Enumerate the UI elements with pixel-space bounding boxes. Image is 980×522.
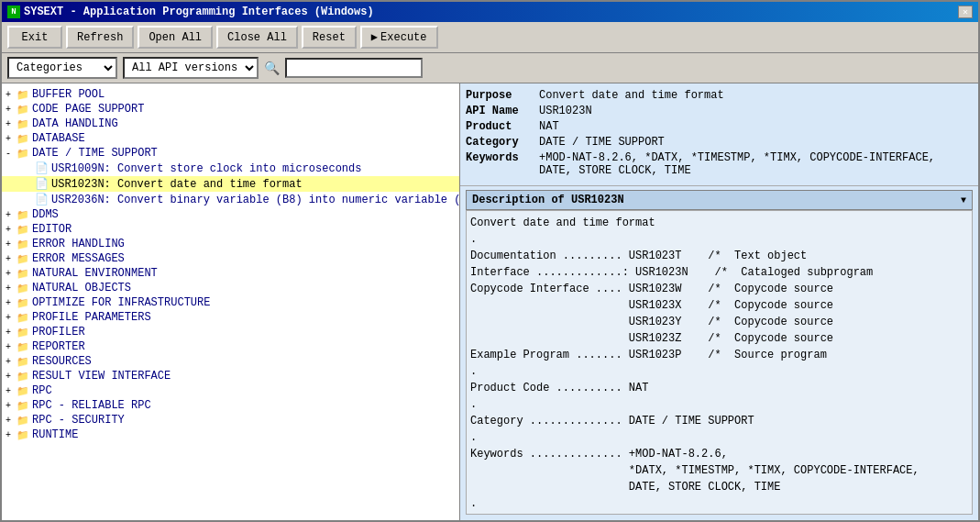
expand-icon: + — [6, 342, 15, 352]
desc-dropdown-icon[interactable]: ▼ — [961, 195, 966, 205]
refresh-button[interactable]: Refresh — [66, 26, 134, 49]
tree-item-label: BUFFER POOL — [32, 88, 105, 101]
expand-icon: + — [6, 134, 15, 144]
folder-icon: 📁 — [17, 371, 29, 383]
expand-icon: + — [6, 283, 15, 294]
tree-item-profile-parameters[interactable]: +📁PROFILE PARAMETERS — [2, 310, 459, 325]
tree-item-reporter[interactable]: +📁REPORTER — [2, 339, 459, 354]
open-all-button[interactable]: Open All — [138, 26, 213, 49]
close-button[interactable]: ✕ — [958, 6, 973, 18]
folder-icon: 📁 — [17, 253, 29, 265]
tree-item-natural-objects[interactable]: +📁NATURAL OBJECTS — [2, 281, 459, 295]
tree-item-database[interactable]: +📁DATABASE — [2, 131, 459, 146]
tree-item-editor[interactable]: +📁EDITOR — [2, 222, 459, 237]
search-input[interactable] — [285, 58, 423, 78]
tree-item-label: RESULT VIEW INTERFACE — [32, 370, 171, 383]
folder-icon: 📁 — [17, 118, 29, 130]
folder-icon: 📁 — [17, 133, 29, 145]
search-icon: 🔍 — [264, 61, 280, 76]
api-name-label: API Name — [466, 105, 539, 117]
doc-icon: 📄 — [35, 193, 49, 206]
tree-item-buffer-pool[interactable]: +📁BUFFER POOL — [2, 87, 459, 102]
tree-item-error-handling[interactable]: +📁ERROR HANDLING — [2, 237, 459, 251]
expand-icon: + — [6, 357, 15, 367]
tree-item-error-messages[interactable]: +📁ERROR MESSAGES — [2, 251, 459, 266]
exit-button[interactable]: Exit — [7, 26, 62, 49]
tree-item-usr1009n[interactable]: 📄USR1009N: Convert store clock into micr… — [2, 161, 459, 176]
folder-icon: 📁 — [17, 209, 29, 221]
expand-icon: + — [6, 239, 15, 250]
desc-content[interactable]: Convert date and time format . Documenta… — [466, 210, 973, 515]
folder-icon: 📁 — [17, 239, 29, 250]
tree-item-natural-environment[interactable]: +📁NATURAL ENVIRONMENT — [2, 266, 459, 281]
keywords-label: Keywords — [466, 151, 539, 177]
expand-icon: + — [6, 90, 15, 100]
title-bar: N SYSEXT - Application Programming Inter… — [2, 2, 978, 22]
folder-icon: 📁 — [17, 415, 29, 427]
tree-item-label: USR1009N: Convert store clock into micro… — [51, 162, 361, 175]
tree-item-label: DDMS — [32, 208, 59, 221]
tree-item-label: PROFILER — [32, 326, 85, 339]
detail-panel: Purpose Convert date and time format API… — [460, 83, 978, 520]
tree-item-label: NATURAL OBJECTS — [32, 282, 131, 294]
tree-item-code-page-support[interactable]: +📁CODE PAGE SUPPORT — [2, 102, 459, 117]
expand-icon: + — [6, 119, 15, 129]
execute-button[interactable]: ▶ Execute — [360, 26, 438, 49]
tree-item-runtime[interactable]: +📁RUNTIME — [2, 428, 459, 442]
expand-icon: + — [6, 430, 15, 440]
expand-icon: + — [6, 328, 15, 338]
doc-icon: 📄 — [35, 161, 49, 175]
execute-label: Execute — [380, 31, 426, 44]
desc-header-text: Description of USR1023N — [472, 194, 624, 206]
tree-item-date-time-support[interactable]: -📁DATE / TIME SUPPORT — [2, 146, 459, 161]
expand-icon: + — [6, 225, 15, 235]
doc-icon: 📄 — [35, 177, 49, 191]
folder-icon: 📁 — [17, 89, 29, 101]
folder-icon: 📁 — [17, 356, 29, 368]
folder-icon: 📁 — [17, 104, 29, 116]
tree-item-label: REPORTER — [32, 340, 85, 353]
main-window: N SYSEXT - Application Programming Inter… — [0, 0, 980, 522]
purpose-label: Purpose — [466, 89, 539, 102]
reset-button[interactable]: Reset — [302, 26, 357, 49]
tree-item-rpc-reliable[interactable]: +📁RPC - RELIABLE RPC — [2, 398, 459, 413]
purpose-row: Purpose Convert date and time format — [466, 89, 973, 102]
title-bar-left: N SYSEXT - Application Programming Inter… — [7, 6, 374, 18]
folder-icon: 📁 — [17, 385, 29, 397]
tree-item-rpc-security[interactable]: +📁RPC - SECURITY — [2, 413, 459, 428]
expand-icon: + — [6, 298, 15, 308]
tree-item-resources[interactable]: +📁RESOURCES — [2, 354, 459, 369]
expand-icon: + — [6, 372, 15, 382]
tree-item-usr2036n[interactable]: 📄USR2036N: Convert binary variable (B8) … — [2, 192, 459, 207]
tree-panel[interactable]: +📁BUFFER POOL+📁CODE PAGE SUPPORT+📁DATA H… — [2, 83, 460, 520]
folder-icon: 📁 — [17, 268, 29, 280]
version-select[interactable]: All API versions — [123, 57, 259, 79]
tree-item-label: NATURAL ENVIRONMENT — [32, 267, 158, 280]
tree-item-data-handling[interactable]: +📁DATA HANDLING — [2, 117, 459, 131]
tree-item-usr1023n[interactable]: 📄USR1023N: Convert date and time format — [2, 176, 459, 192]
expand-icon: + — [6, 254, 15, 264]
tree-item-optimize-infrastructure[interactable]: +📁OPTIMIZE FOR INFRASTRUCTURE — [2, 295, 459, 310]
desc-header: Description of USR1023N ▼ — [466, 190, 973, 210]
tree-item-label: RPC - SECURITY — [32, 414, 125, 427]
expand-icon: + — [6, 386, 15, 396]
folder-icon: 📁 — [17, 312, 29, 324]
detail-description: Description of USR1023N ▼ Convert date a… — [460, 186, 978, 520]
expand-icon: + — [6, 313, 15, 323]
tree-item-label: ERROR HANDLING — [32, 238, 125, 250]
product-row: Product NAT — [466, 120, 973, 133]
tree-item-result-view[interactable]: +📁RESULT VIEW INTERFACE — [2, 369, 459, 383]
api-name-value: USR1023N — [539, 105, 973, 117]
toolbar: Exit Refresh Open All Close All Reset ▶ … — [2, 22, 978, 53]
close-all-button[interactable]: Close All — [216, 26, 298, 49]
category-label: Category — [466, 136, 539, 149]
tree-item-rpc[interactable]: +📁RPC — [2, 383, 459, 398]
category-select[interactable]: Categories — [7, 57, 117, 79]
tree-item-profiler[interactable]: +📁PROFILER — [2, 325, 459, 339]
folder-icon: 📁 — [17, 224, 29, 236]
tree-item-label: EDITOR — [32, 223, 72, 236]
tree-item-ddms[interactable]: +📁DDMS — [2, 207, 459, 222]
category-row: Category DATE / TIME SUPPORT — [466, 136, 973, 149]
tree-item-label: ERROR MESSAGES — [32, 252, 125, 265]
purpose-value: Convert date and time format — [539, 89, 973, 102]
